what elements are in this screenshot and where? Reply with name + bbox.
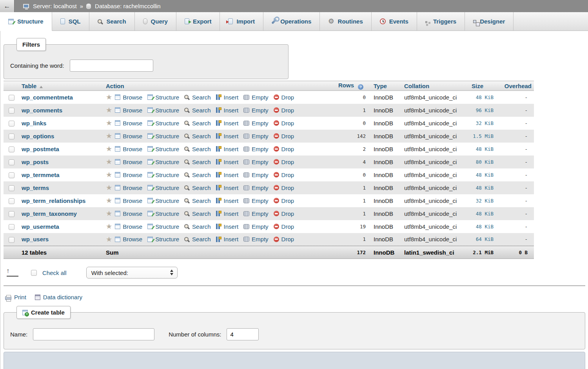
browse-link[interactable]: Browse: [115, 107, 142, 114]
new-table-name-input[interactable]: [33, 328, 154, 340]
empty-link[interactable]: Empty: [243, 120, 269, 127]
favorite-star-icon[interactable]: ★: [106, 146, 112, 152]
row-checkbox[interactable]: [9, 134, 15, 139]
table-name-link[interactable]: wp_comments: [22, 107, 62, 114]
tab-import[interactable]: Import: [220, 12, 263, 31]
structure-link[interactable]: Structure: [147, 146, 179, 152]
empty-link[interactable]: Empty: [243, 210, 269, 217]
browse-link[interactable]: Browse: [115, 223, 142, 230]
size-value[interactable]: 1.5 MiB: [469, 130, 497, 143]
header-type[interactable]: Type: [371, 81, 402, 91]
row-checkbox[interactable]: [9, 108, 15, 114]
favorite-star-icon[interactable]: ★: [106, 172, 112, 177]
drop-link[interactable]: Drop: [274, 184, 294, 191]
back-button[interactable]: ←: [0, 0, 15, 12]
drop-link[interactable]: Drop: [274, 94, 294, 101]
table-name-link[interactable]: wp_usermeta: [22, 223, 59, 230]
structure-link[interactable]: Structure: [147, 172, 179, 178]
structure-link[interactable]: Structure: [147, 133, 179, 139]
drop-link[interactable]: Drop: [274, 236, 294, 242]
drop-link[interactable]: Drop: [274, 107, 294, 114]
insert-link[interactable]: Insert: [216, 172, 239, 178]
search-link[interactable]: Search: [184, 94, 211, 101]
header-collation[interactable]: Collation: [402, 81, 469, 91]
table-name-link[interactable]: wp_postmeta: [22, 146, 59, 152]
browse-link[interactable]: Browse: [115, 146, 142, 152]
tab-export[interactable]: Export: [176, 12, 220, 31]
row-checkbox[interactable]: [9, 121, 15, 127]
browse-link[interactable]: Browse: [115, 210, 142, 217]
table-name-link[interactable]: wp_commentmeta: [22, 94, 73, 101]
insert-link[interactable]: Insert: [216, 107, 239, 114]
insert-link[interactable]: Insert: [216, 120, 239, 127]
search-link[interactable]: Search: [184, 159, 211, 165]
size-value[interactable]: 48 KiB: [469, 91, 497, 104]
tab-operations[interactable]: Operations: [263, 12, 320, 31]
insert-link[interactable]: Insert: [216, 223, 239, 230]
empty-link[interactable]: Empty: [243, 94, 269, 101]
search-link[interactable]: Search: [184, 172, 211, 178]
favorite-star-icon[interactable]: ★: [106, 237, 112, 242]
empty-link[interactable]: Empty: [243, 236, 269, 242]
size-value[interactable]: 48 KiB: [469, 168, 497, 181]
help-icon[interactable]: ?: [358, 84, 363, 90]
size-value[interactable]: 32 KiB: [469, 117, 497, 130]
row-checkbox[interactable]: [9, 147, 15, 152]
structure-link[interactable]: Structure: [147, 120, 179, 127]
table-name-link[interactable]: wp_term_relationships: [22, 197, 85, 204]
favorite-star-icon[interactable]: ★: [106, 94, 112, 100]
drop-link[interactable]: Drop: [274, 120, 294, 127]
table-name-link[interactable]: wp_posts: [22, 159, 49, 165]
search-link[interactable]: Search: [184, 133, 211, 139]
insert-link[interactable]: Insert: [216, 197, 239, 204]
insert-link[interactable]: Insert: [216, 210, 239, 217]
insert-link[interactable]: Insert: [216, 133, 239, 139]
empty-link[interactable]: Empty: [243, 197, 269, 204]
table-name-link[interactable]: wp_term_taxonomy: [22, 210, 77, 217]
row-checkbox[interactable]: [9, 185, 15, 191]
favorite-star-icon[interactable]: ★: [106, 159, 112, 165]
tab-search[interactable]: Search: [89, 12, 135, 31]
drop-link[interactable]: Drop: [274, 197, 294, 204]
structure-link[interactable]: Structure: [147, 159, 179, 165]
search-link[interactable]: Search: [184, 107, 211, 114]
tab-triggers[interactable]: Triggers: [417, 12, 465, 31]
structure-link[interactable]: Structure: [147, 197, 179, 204]
drop-link[interactable]: Drop: [274, 159, 294, 165]
row-checkbox[interactable]: [9, 198, 15, 204]
insert-link[interactable]: Insert: [216, 94, 239, 101]
favorite-star-icon[interactable]: ★: [106, 198, 112, 203]
empty-link[interactable]: Empty: [243, 223, 269, 230]
check-all-label[interactable]: Check all: [42, 270, 67, 276]
drop-link[interactable]: Drop: [274, 210, 294, 217]
insert-link[interactable]: Insert: [216, 236, 239, 242]
header-overhead[interactable]: Overhead: [497, 81, 534, 91]
search-link[interactable]: Search: [184, 236, 211, 242]
print-link[interactable]: Print: [5, 294, 26, 300]
tab-query[interactable]: Query: [135, 12, 176, 31]
browse-link[interactable]: Browse: [115, 133, 142, 139]
row-checkbox[interactable]: [9, 159, 15, 165]
size-value[interactable]: 80 KiB: [469, 156, 497, 168]
favorite-star-icon[interactable]: ★: [106, 211, 112, 216]
size-value[interactable]: 96 KiB: [469, 104, 497, 117]
empty-link[interactable]: Empty: [243, 133, 269, 139]
insert-link[interactable]: Insert: [216, 159, 239, 165]
empty-link[interactable]: Empty: [243, 184, 269, 191]
row-checkbox[interactable]: [9, 237, 15, 243]
browse-link[interactable]: Browse: [115, 172, 142, 178]
empty-link[interactable]: Empty: [243, 146, 269, 152]
search-link[interactable]: Search: [184, 223, 211, 230]
favorite-star-icon[interactable]: ★: [106, 185, 112, 190]
tab-routines[interactable]: ⚙ Routines: [320, 12, 371, 31]
browse-link[interactable]: Browse: [115, 184, 142, 191]
search-link[interactable]: Search: [184, 146, 211, 152]
browse-link[interactable]: Browse: [115, 94, 142, 101]
with-selected-select[interactable]: With selected:: [86, 267, 178, 279]
drop-link[interactable]: Drop: [274, 223, 294, 230]
size-value[interactable]: 48 KiB: [469, 181, 497, 194]
table-name-link[interactable]: wp_termmeta: [22, 172, 60, 178]
empty-link[interactable]: Empty: [243, 159, 269, 165]
table-name-link[interactable]: wp_users: [22, 236, 49, 242]
size-value[interactable]: 48 KiB: [469, 220, 497, 233]
